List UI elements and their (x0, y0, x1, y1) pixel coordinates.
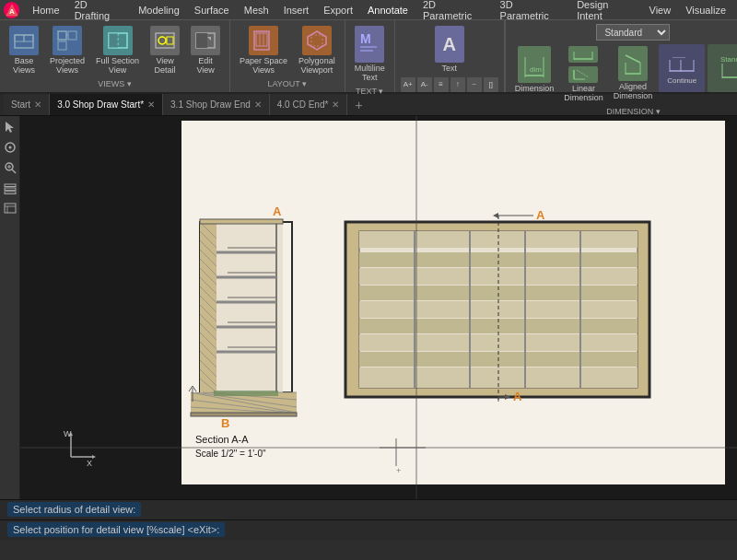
svg-rect-126 (359, 334, 638, 351)
base-views-button[interactable]: BaseViews (6, 24, 42, 77)
svg-text:A: A (513, 390, 522, 403)
main-layout: A B Section A-A Scale 1/2" = 1'-0" (0, 116, 737, 499)
polygonal-viewport-label: PolygonalViewport (298, 57, 335, 76)
svg-text:A: A (273, 204, 282, 218)
doc-tab-shop-draw-end[interactable]: 3.1 Shop Draw End ✕ (163, 94, 270, 115)
svg-line-54 (12, 169, 16, 173)
svg-text:Section A-A: Section A-A (195, 434, 249, 445)
ribbon-group-text: M MultilineText TEXT ▾ A Text (345, 20, 506, 92)
layout-group-label: LAYOUT ▾ (268, 79, 308, 88)
ribbon-group-views: BaseViews ProjectedViews (0, 20, 230, 92)
doc-tab-start-close[interactable]: ✕ (34, 99, 41, 110)
dimension-button[interactable]: dim Dimension (511, 44, 558, 96)
canvas-area[interactable]: A B Section A-A Scale 1/2" = 1'-0" (20, 116, 737, 499)
drawing-canvas: A B Section A-A Scale 1/2" = 1'-0" (20, 116, 737, 499)
svg-rect-14 (167, 37, 173, 44)
doc-tab-cd-end[interactable]: 4.0 CD End* ✕ (270, 94, 348, 115)
menu-modeling[interactable]: Modeling (131, 3, 187, 18)
doc-tab-cd-end-close[interactable]: ✕ (332, 99, 339, 110)
svg-rect-6 (68, 31, 76, 40)
svg-text:Scale 1/2" = 1'-0": Scale 1/2" = 1'-0" (195, 449, 266, 459)
annotation-icon-6[interactable]: [] (484, 77, 498, 92)
detail-view-label: ViewDetail (155, 57, 176, 76)
ribbon: BaseViews ProjectedViews (0, 20, 737, 94)
sidebar-icon-properties[interactable] (3, 201, 18, 216)
aligned-dim-label: AlignedDimension (614, 83, 653, 101)
svg-rect-24 (311, 35, 322, 46)
svg-rect-58 (5, 188, 16, 191)
svg-rect-120 (359, 231, 638, 248)
edit-view-button[interactable]: EditView (187, 24, 224, 77)
app-logo[interactable]: A (4, 2, 19, 18)
paper-space-label: Paper SpaceViews (240, 57, 287, 76)
sidebar-icon-layers[interactable] (3, 181, 18, 195)
projected-views-button[interactable]: ProjectedViews (46, 24, 88, 77)
menu-2d-drafting[interactable]: 2D Drafting (67, 0, 132, 23)
paper-space-button[interactable]: Paper SpaceViews (236, 24, 291, 77)
text-button[interactable]: A Text (431, 24, 468, 76)
ribbon-group-layout: Paper SpaceViews PolygonalViewport LAYOU… (230, 20, 345, 92)
menu-2d-parametric[interactable]: 2D Parametric (415, 0, 493, 23)
svg-rect-97 (200, 219, 283, 224)
sidebar-icon-select[interactable] (3, 120, 18, 134)
doc-tab-cd-end-label: 4.0 CD End* (277, 99, 329, 110)
menu-visualize[interactable]: Visualize (678, 3, 733, 18)
svg-rect-60 (5, 204, 16, 213)
dimension-group-label: DIMENSION ▾ (606, 107, 661, 116)
aligned-dim-button[interactable]: AlignedDimension (610, 44, 657, 103)
projected-views-label: ProjectedViews (50, 57, 85, 76)
status-line-2: Select position for detail view [%scale]… (0, 520, 737, 540)
polygonal-viewport-button[interactable]: PolygonalViewport (295, 24, 339, 77)
sidebar (0, 116, 20, 499)
doc-tab-start[interactable]: Start ✕ (4, 94, 50, 115)
sidebar-icon-pan[interactable] (3, 140, 18, 155)
edit-view-label: EditView (196, 57, 214, 76)
doc-tab-shop-draw-start-close[interactable]: ✕ (147, 99, 155, 110)
menu-home[interactable]: Home (25, 3, 66, 18)
svg-point-13 (158, 37, 166, 44)
annotation-icon-2[interactable]: A- (417, 77, 432, 92)
ribbon-group-standard: Standard dim Dimension (506, 20, 737, 92)
standard-select[interactable]: Standard (596, 24, 670, 41)
svg-text:W: W (64, 429, 72, 438)
status-prompt-2: Select position for detail view [%scale]… (7, 522, 225, 537)
menu-insert[interactable]: Insert (276, 3, 317, 18)
svg-rect-4 (24, 35, 33, 41)
menu-3d-parametric[interactable]: 3D Parametric (493, 0, 570, 23)
menu-design-intent[interactable]: Design Intent (569, 0, 641, 23)
svg-rect-57 (5, 184, 16, 187)
standa-button[interactable]: Standa (708, 44, 737, 92)
doc-tab-shop-draw-start-label: 3.0 Shop Draw Start* (57, 99, 144, 110)
svg-text:A: A (9, 7, 15, 16)
annotation-icon-5[interactable]: ~ (467, 77, 482, 92)
svg-rect-105 (214, 391, 278, 396)
doc-tab-shop-draw-end-close[interactable]: ✕ (254, 99, 262, 110)
sidebar-icon-zoom[interactable] (3, 160, 18, 175)
menu-surface[interactable]: Surface (187, 3, 237, 18)
svg-text:Standa: Standa (720, 55, 737, 64)
menu-mesh[interactable]: Mesh (237, 3, 276, 18)
linear-dim-button[interactable]: LinearDimension (560, 44, 607, 105)
doc-tab-shop-draw-start[interactable]: 3.0 Shop Draw Start* ✕ (50, 94, 163, 115)
full-section-button[interactable]: Full SectionView (92, 24, 143, 77)
svg-point-52 (8, 146, 11, 149)
annotation-icon-4[interactable]: ↑ (450, 77, 465, 92)
menu-view[interactable]: View (642, 3, 679, 18)
svg-text:dim: dim (530, 65, 542, 74)
svg-text:——: —— (673, 53, 685, 60)
multiline-text-button[interactable]: M MultilineText (351, 24, 389, 85)
menu-bar: A Home 2D Drafting Modeling Surface Mesh… (0, 0, 737, 20)
annotation-icon-3[interactable]: ≡ (434, 77, 449, 92)
continue-button[interactable]: —— Continue (659, 44, 705, 92)
menu-export[interactable]: Export (316, 3, 360, 18)
doc-tab-add[interactable]: + (347, 95, 369, 115)
menu-annotate[interactable]: Annotate (360, 3, 415, 18)
annotation-icon-1[interactable]: A+ (401, 77, 415, 92)
svg-text:B: B (221, 416, 229, 430)
full-section-label: Full SectionView (96, 57, 139, 76)
doc-tab-start-label: Start (11, 99, 30, 110)
svg-rect-11 (109, 33, 118, 48)
continue-label: Continue (667, 76, 696, 85)
doc-tab-shop-draw-end-label: 3.1 Shop Draw End (170, 99, 251, 110)
detail-view-button[interactable]: ViewDetail (146, 24, 183, 77)
